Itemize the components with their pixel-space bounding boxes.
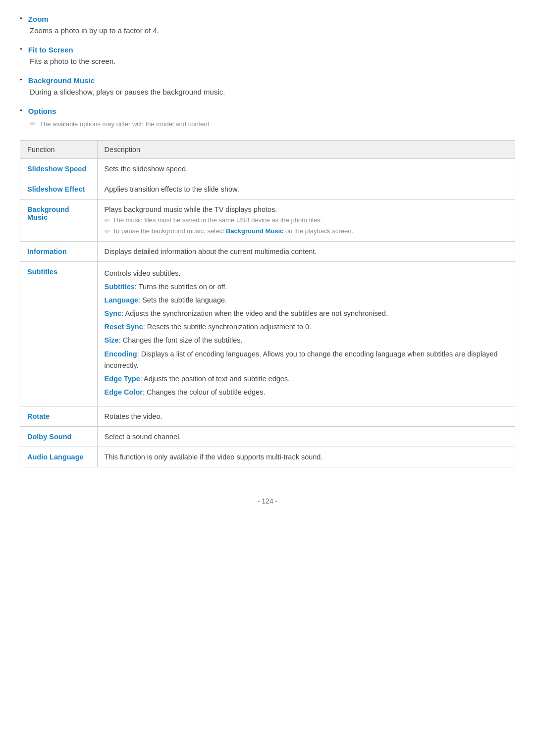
slideshow-speed-desc: Sets the slideshow speed. — [105, 165, 188, 173]
bullet-dot: ● — [20, 77, 22, 82]
rotate-label[interactable]: Rotate — [27, 412, 50, 420]
dolby-sound-desc: Select a sound channel. — [105, 433, 181, 441]
fit-to-screen-bullet-row: ● Fit to Screen — [20, 46, 515, 54]
zoom-description: Zooms a photo in by up to a factor of 4. — [30, 26, 515, 35]
sync-prefix: Sync — [105, 309, 122, 317]
subtitles-line-1: Subtitles: Turns the subtitles on or off… — [105, 281, 508, 293]
table-row: Information Displays detailed informatio… — [20, 241, 515, 261]
audio-language-label[interactable]: Audio Language — [27, 453, 84, 461]
subtitles-line-4: Reset Sync: Resets the subtitle synchron… — [105, 321, 508, 333]
bullet-dot: ● — [20, 16, 22, 20]
slideshow-effect-label[interactable]: Slideshow Effect — [27, 185, 85, 193]
background-music-link[interactable]: Background Music — [28, 76, 95, 85]
fit-to-screen-link[interactable]: Fit to Screen — [28, 46, 73, 54]
description-cell: Displays detailed information about the … — [97, 241, 515, 261]
slideshow-effect-desc: Applies transition effects to the slide … — [105, 185, 239, 193]
background-music-table-label[interactable]: Background Music — [27, 205, 69, 221]
zoom-section: ● Zoom Zooms a photo in by up to a facto… — [20, 15, 515, 35]
background-music-section: ● Background Music During a slideshow, p… — [20, 76, 515, 96]
pencil-icon: ✏ — [30, 120, 36, 128]
background-music-note2-text: To pause the background music, select Ba… — [113, 227, 354, 235]
function-cell: Subtitles — [20, 261, 98, 406]
function-cell: Slideshow Effect — [20, 179, 98, 199]
background-music-note1-text: The music files must be saved in the sam… — [113, 216, 322, 224]
function-cell: Information — [20, 241, 98, 261]
description-cell: This function is only available if the v… — [97, 447, 515, 467]
col-function: Function — [20, 140, 98, 158]
function-cell: Slideshow Speed — [20, 158, 98, 179]
subtitles-prefix: Subtitles — [105, 283, 135, 291]
description-cell: Applies transition effects to the slide … — [97, 179, 515, 199]
function-cell: Dolby Sound — [20, 427, 98, 447]
subtitles-line-3: Sync: Adjusts the synchronization when t… — [105, 308, 508, 319]
information-desc: Displays detailed information about the … — [105, 248, 317, 255]
pencil-icon: ✏ — [105, 217, 110, 224]
edge-type-prefix: Edge Type — [105, 375, 140, 383]
background-music-bullet-row: ● Background Music — [20, 76, 515, 85]
slideshow-speed-label[interactable]: Slideshow Speed — [27, 165, 86, 173]
reset-sync-prefix: Reset Sync — [105, 323, 143, 331]
function-cell: Audio Language — [20, 447, 98, 467]
description-cell: Select a sound channel. — [97, 427, 515, 447]
function-cell: Rotate — [20, 406, 98, 427]
pencil-icon: ✏ — [105, 228, 110, 235]
size-prefix: Size — [105, 336, 119, 344]
table-row: Slideshow Speed Sets the slideshow speed… — [20, 158, 515, 179]
zoom-bullet-row: ● Zoom — [20, 15, 515, 23]
subtitles-line-8: Edge Color: Changes the colour of subtit… — [105, 387, 508, 398]
bullet-dot: ● — [20, 47, 22, 51]
options-note-text: The available options may differ with th… — [40, 119, 211, 129]
subtitles-line-6: Encoding: Displays a list of encoding la… — [105, 349, 508, 371]
description-cell: Plays background music while the TV disp… — [97, 199, 515, 241]
description-cell: Rotates the video. — [97, 406, 515, 427]
description-cell: Controls video subtitles. Subtitles: Tur… — [97, 261, 515, 406]
options-note-row: ✏ The available options may differ with … — [30, 119, 515, 129]
bullet-dot: ● — [20, 108, 22, 112]
col-description: Description — [97, 140, 515, 158]
table-row: Audio Language This function is only ava… — [20, 447, 515, 467]
options-section: ● Options ✏ The available options may di… — [20, 107, 515, 129]
page-number: - 124 - — [20, 497, 515, 505]
background-music-description: During a slideshow, plays or pauses the … — [30, 88, 515, 96]
rotate-desc: Rotates the video. — [105, 412, 162, 420]
table-row: Subtitles Controls video subtitles. Subt… — [20, 261, 515, 406]
subtitles-line-7: Edge Type: Adjusts the position of text … — [105, 373, 508, 385]
subtitles-line-5: Size: Changes the font size of the subti… — [105, 335, 508, 346]
dolby-sound-label[interactable]: Dolby Sound — [27, 433, 71, 441]
fit-to-screen-description: Fits a photo to the screen. — [30, 57, 515, 65]
background-music-note1: ✏ The music files must be saved in the s… — [105, 216, 508, 224]
options-bullet-row: ● Options — [20, 107, 515, 115]
fit-to-screen-section: ● Fit to Screen Fits a photo to the scre… — [20, 46, 515, 65]
options-table: Function Description Slideshow Speed Set… — [20, 140, 515, 468]
zoom-link[interactable]: Zoom — [28, 15, 49, 23]
background-music-bold: Background Music — [226, 227, 283, 235]
description-cell: Sets the slideshow speed. — [97, 158, 515, 179]
subtitles-label[interactable]: Subtitles — [27, 268, 57, 276]
subtitles-line-0: Controls video subtitles. — [105, 268, 508, 279]
table-row: Background Music Plays background music … — [20, 199, 515, 241]
encoding-prefix: Encoding — [105, 350, 137, 358]
table-row: Dolby Sound Select a sound channel. — [20, 427, 515, 447]
audio-language-desc: This function is only available if the v… — [105, 453, 323, 461]
table-header-row: Function Description — [20, 140, 515, 158]
table-row: Slideshow Effect Applies transition effe… — [20, 179, 515, 199]
table-row: Rotate Rotates the video. — [20, 406, 515, 427]
background-music-main-desc: Plays background music while the TV disp… — [105, 205, 508, 213]
edge-color-prefix: Edge Color — [105, 388, 143, 396]
subtitles-line-2: Language: Sets the subtitle language. — [105, 295, 508, 306]
information-label[interactable]: Information — [27, 248, 67, 255]
language-prefix: Language — [105, 296, 138, 304]
background-music-note2: ✏ To pause the background music, select … — [105, 227, 508, 235]
function-cell: Background Music — [20, 199, 98, 241]
options-link[interactable]: Options — [28, 107, 56, 115]
